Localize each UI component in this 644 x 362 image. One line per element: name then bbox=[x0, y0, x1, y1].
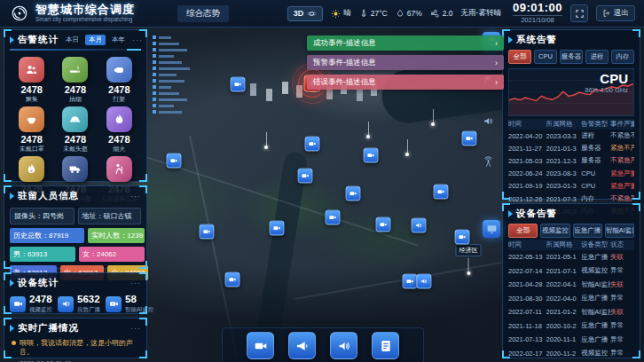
map-poi[interactable] bbox=[366, 122, 370, 138]
device-alarm-tab[interactable]: 应急广播 bbox=[573, 224, 602, 238]
alarm-tab-本月[interactable]: 本月 bbox=[85, 35, 106, 45]
monitor-icon[interactable] bbox=[483, 220, 500, 238]
alarm-stat-item[interactable]: 2478 打架 bbox=[98, 55, 141, 104]
alarm-stat-item[interactable]: 2478 烟火 bbox=[98, 105, 141, 153]
buildings-cluster bbox=[282, 82, 288, 94]
fire-icon bbox=[19, 156, 44, 182]
device-stat-value: 58 bbox=[125, 295, 153, 305]
exit-icon bbox=[602, 9, 611, 18]
map-marker-camera[interactable] bbox=[326, 210, 341, 225]
map-poi[interactable] bbox=[405, 139, 409, 156]
map-layer-list-item bbox=[153, 79, 185, 83]
clock-date: 2021/10/08 bbox=[513, 15, 562, 25]
system-alarm-tab[interactable]: 进程 bbox=[585, 50, 609, 64]
broadcast-message: 喂喂，我说话都清楚，这是小明的声音。 bbox=[20, 339, 139, 358]
map-marker-camera[interactable] bbox=[305, 137, 320, 152]
panel-title-arrow-icon bbox=[508, 36, 513, 43]
logout-label: 退出 bbox=[614, 8, 629, 19]
map-marker-speaker[interactable] bbox=[417, 274, 432, 289]
device-alarm-tab[interactable]: 视频监控 bbox=[540, 224, 569, 238]
map-marker-camera[interactable] bbox=[225, 272, 240, 287]
map-poi[interactable] bbox=[264, 132, 268, 149]
table-header: 时间所属网格设备类型状态 bbox=[508, 240, 634, 250]
mode-3d-label: 3D bbox=[294, 9, 304, 18]
toolbar-volume-icon[interactable] bbox=[330, 332, 357, 359]
map-poi-label: 经济区 bbox=[456, 244, 482, 256]
map-marker-speaker[interactable] bbox=[412, 218, 427, 233]
alarm-stat-item[interactable]: 2478 未戴头盔 bbox=[53, 105, 97, 153]
device-stat-value: 5632 bbox=[77, 295, 100, 305]
device-stats-row: 2478 视频监控 5632 应急广播 58 智能AI监控 bbox=[4, 291, 146, 318]
mask-icon bbox=[19, 106, 44, 132]
panel-title: 实时广播情况 bbox=[18, 322, 79, 334]
flame-icon bbox=[106, 106, 132, 132]
alarm-stat-value: 2478 bbox=[53, 134, 97, 145]
map-layer-list-item bbox=[153, 104, 174, 107]
map-marker-camera[interactable] bbox=[403, 274, 418, 289]
map-marker-camera[interactable] bbox=[200, 224, 215, 240]
toolbar-video-camera-icon[interactable] bbox=[247, 332, 274, 359]
system-alarm-tab[interactable]: CPU bbox=[534, 50, 557, 64]
system-alarm-tab[interactable]: 内存 bbox=[611, 50, 634, 64]
map-marker-camera[interactable] bbox=[167, 153, 182, 169]
humidity-value: 67% bbox=[407, 9, 422, 18]
table-row: 2022-06-242023-08-3 CPU紧急严重 bbox=[508, 168, 634, 180]
event-toast-text: 预警事件-描述信息 bbox=[313, 58, 376, 68]
map-marker-camera[interactable] bbox=[270, 221, 285, 236]
wind-icon bbox=[430, 9, 440, 19]
system-alarm-tab[interactable]: 服务器 bbox=[560, 50, 583, 64]
more-options-button[interactable]: ··· bbox=[132, 38, 143, 42]
device-alarm-tab[interactable]: 智能AI监控 bbox=[605, 224, 634, 238]
alarm-stat-item[interactable]: 2478 抽烟 bbox=[53, 55, 97, 104]
map-marker-camera[interactable] bbox=[455, 230, 470, 245]
alarm-tab-本日[interactable]: 本日 bbox=[62, 35, 82, 45]
broadcast-timestamp: 2021-06-15 11:41 bbox=[4, 358, 146, 362]
map-marker-camera[interactable] bbox=[298, 169, 313, 184]
event-toast-text: 错误事件-描述信息 bbox=[313, 77, 376, 88]
more-options-button[interactable]: ··· bbox=[130, 194, 141, 198]
map-marker-camera[interactable] bbox=[376, 217, 391, 232]
alarm-stat-item[interactable]: 2478 聚集 bbox=[10, 55, 53, 104]
table-row: 2022-04-202023-03-3 进程不紧急不严重 bbox=[508, 130, 634, 142]
chevron-right-icon: › bbox=[495, 39, 498, 48]
alarm-tab-本年[interactable]: 本年 bbox=[108, 35, 129, 45]
tab-overview[interactable]: 综合态势 bbox=[177, 5, 229, 22]
mode-3d-toggle[interactable]: 3D bbox=[287, 6, 324, 21]
toolbar-report-icon[interactable] bbox=[372, 332, 399, 359]
map-marker-camera[interactable] bbox=[462, 131, 477, 146]
map-marker-camera[interactable] bbox=[434, 185, 449, 200]
more-options-button[interactable]: ··· bbox=[130, 327, 141, 330]
map-poi[interactable] bbox=[431, 109, 435, 126]
event-toast[interactable]: 预警事件-描述信息 › bbox=[307, 55, 504, 70]
map-marker-camera[interactable] bbox=[346, 186, 361, 201]
speaker-icon[interactable] bbox=[483, 115, 494, 127]
poi-dot-icon bbox=[264, 146, 268, 149]
toolbar-megaphone-icon[interactable] bbox=[288, 332, 316, 359]
panel-device-alarm: 设备告警 全部视频监控应急广播智能AI监控 时间所属网格设备类型状态 2022-… bbox=[502, 203, 640, 358]
page-subtitle: Smart city comprehensive dispatching bbox=[35, 17, 135, 23]
map-marker-camera[interactable] bbox=[231, 77, 246, 92]
event-toast[interactable]: 成功事件-描述信息 › bbox=[307, 35, 504, 51]
device-stat-label: 应急广播 bbox=[77, 306, 100, 314]
device-alarm-table: 时间所属网格设备类型状态 2022-05-132021-05-1 应急广播失联 … bbox=[503, 240, 640, 360]
personnel-stat-chip: 男：63913 bbox=[10, 247, 75, 262]
map-poi[interactable]: 经济区 bbox=[456, 240, 482, 275]
event-toast[interactable]: 错误事件-描述信息 › bbox=[307, 75, 504, 90]
weather-summary-label: 无雨-雾转晴 bbox=[461, 8, 501, 19]
weather-wind: 2.0 bbox=[430, 9, 453, 19]
system-alarm-tab[interactable]: 全部 bbox=[508, 50, 531, 64]
table-row: 2022-05-132021-05-1 应急广播失联 bbox=[508, 250, 634, 264]
fullscreen-button[interactable] bbox=[570, 4, 588, 22]
weather-sky: 晴 bbox=[331, 8, 351, 19]
device-alarm-tab[interactable]: 全部 bbox=[508, 224, 538, 238]
alarm-stat-item[interactable]: 2478 未戴口罩 bbox=[10, 105, 53, 153]
device-stat-label: 智能AI监控 bbox=[125, 306, 153, 314]
logout-button[interactable]: 退出 bbox=[596, 5, 635, 21]
radio-tower-icon[interactable] bbox=[483, 156, 494, 168]
camera-icon bbox=[10, 296, 26, 312]
more-options-button[interactable]: ··· bbox=[130, 281, 141, 285]
speaker-icon bbox=[58, 296, 74, 312]
poi-dot-icon bbox=[366, 135, 370, 138]
map-marker-camera[interactable] bbox=[364, 148, 379, 163]
address-chip: 地址：碛口古镇 bbox=[78, 208, 141, 224]
